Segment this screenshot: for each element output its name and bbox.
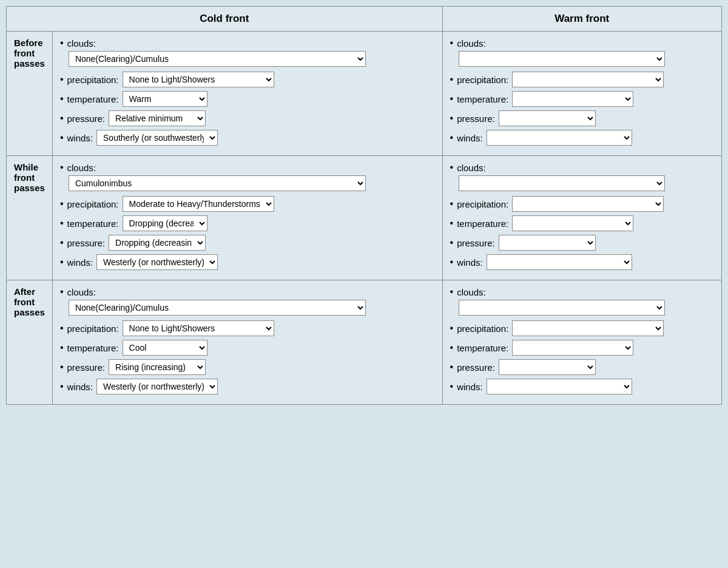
precipitation-select[interactable]: None to Light/Showers: [123, 72, 274, 87]
pressure-label: pressure:: [457, 113, 495, 124]
temperature-select[interactable]: Dropping (decreasing): [123, 215, 207, 231]
pressure-select[interactable]: Relative minimum: [109, 110, 206, 126]
bullet-icon: •: [450, 132, 454, 143]
winds-label: winds:: [67, 133, 93, 143]
pressure-label: pressure:: [67, 238, 105, 248]
warm-front-header: Warm front: [442, 7, 721, 32]
temperature-select[interactable]: Warm: [123, 91, 207, 107]
pressure-select[interactable]: [499, 359, 596, 375]
warm-cell-2: •clouds:•precipitation:•temperature:•pre…: [442, 280, 721, 405]
clouds-label: clouds:: [457, 287, 486, 297]
temperature-label: temperature:: [67, 218, 118, 229]
cold-content: •clouds:None(Clearing)/Cumulus•precipita…: [60, 286, 435, 394]
temperature-select[interactable]: [512, 340, 633, 356]
cold-cell-0: •clouds:None(Clearing)/Cumulus•precipita…: [52, 32, 442, 156]
winds-label: winds:: [457, 257, 483, 268]
pressure-label: pressure:: [67, 362, 105, 373]
bullet-icon: •: [60, 132, 64, 143]
table-row: After front passes•clouds:None(Clearing)…: [7, 280, 722, 405]
winds-select[interactable]: [487, 130, 632, 146]
precipitation-select[interactable]: None to Light/Showers: [123, 320, 274, 336]
bullet-icon: •: [450, 93, 454, 104]
clouds-select[interactable]: None(Clearing)/Cumulus: [69, 300, 366, 316]
row-label-0: Before front passes: [7, 32, 53, 156]
clouds-select[interactable]: [459, 51, 665, 67]
bullet-icon: •: [450, 218, 454, 229]
cold-front-header: Cold front: [7, 7, 443, 32]
precipitation-label: precipitation:: [67, 75, 118, 85]
bullet-icon: •: [450, 286, 454, 297]
clouds-select[interactable]: None(Clearing)/Cumulus: [69, 51, 366, 67]
winds-label: winds:: [67, 382, 93, 392]
pressure-label: pressure:: [457, 362, 495, 373]
precipitation-label: precipitation:: [67, 199, 118, 209]
clouds-label: clouds:: [457, 163, 486, 173]
table-row: While front passes•clouds:Cumulonimbus•p…: [7, 156, 722, 280]
temperature-label: temperature:: [67, 343, 118, 353]
temperature-select[interactable]: Cool: [123, 340, 207, 356]
precipitation-select[interactable]: [512, 72, 664, 87]
bullet-icon: •: [60, 381, 64, 392]
pressure-select[interactable]: Dropping (decreasing): [109, 235, 206, 251]
bullet-icon: •: [450, 257, 454, 268]
winds-label: winds:: [67, 257, 93, 268]
bullet-icon: •: [60, 362, 64, 373]
precipitation-select[interactable]: Moderate to Heavy/Thunderstorms: [123, 196, 274, 212]
bullet-icon: •: [60, 198, 64, 209]
winds-select[interactable]: Westerly (or northwesterly): [96, 379, 218, 394]
pressure-select[interactable]: [499, 110, 596, 126]
bullet-icon: •: [450, 381, 454, 392]
cold-cell-2: •clouds:None(Clearing)/Cumulus•precipita…: [52, 280, 442, 405]
bullet-icon: •: [450, 162, 454, 173]
bullet-icon: •: [60, 162, 64, 173]
winds-label: winds:: [457, 133, 483, 143]
bullet-icon: •: [450, 362, 454, 373]
precipitation-select[interactable]: [512, 196, 664, 212]
bullet-icon: •: [450, 113, 454, 124]
warm-content: •clouds:•precipitation:•temperature:•pre…: [450, 162, 714, 270]
bullet-icon: •: [450, 323, 454, 334]
clouds-label: clouds:: [67, 38, 96, 49]
winds-select[interactable]: [487, 379, 632, 394]
precipitation-select[interactable]: [512, 320, 664, 336]
bullet-icon: •: [450, 74, 454, 85]
warm-cell-0: •clouds:•precipitation:•temperature:•pre…: [442, 32, 721, 156]
warm-cell-1: •clouds:•precipitation:•temperature:•pre…: [442, 156, 721, 280]
pressure-label: pressure:: [67, 113, 105, 124]
bullet-icon: •: [60, 257, 64, 268]
temperature-label: temperature:: [457, 343, 508, 353]
bullet-icon: •: [60, 38, 64, 49]
bullet-icon: •: [450, 38, 454, 49]
weather-comparison-table: Cold front Warm front Before front passe…: [6, 6, 722, 405]
clouds-select[interactable]: [459, 300, 665, 316]
winds-select[interactable]: Southerly (or southwesterly): [96, 130, 218, 146]
bullet-icon: •: [60, 113, 64, 124]
temperature-label: temperature:: [457, 94, 508, 104]
clouds-select[interactable]: Cumulonimbus: [69, 175, 366, 191]
bullet-icon: •: [60, 342, 64, 353]
temperature-label: temperature:: [457, 218, 508, 229]
temperature-select[interactable]: [512, 215, 633, 231]
precipitation-label: precipitation:: [457, 199, 508, 209]
bullet-icon: •: [450, 198, 454, 209]
cold-cell-1: •clouds:Cumulonimbus•precipitation:Moder…: [52, 156, 442, 280]
bullet-icon: •: [60, 93, 64, 104]
table-row: Before front passes•clouds:None(Clearing…: [7, 32, 722, 156]
bullet-icon: •: [60, 286, 64, 297]
clouds-label: clouds:: [67, 287, 96, 297]
temperature-label: temperature:: [67, 94, 118, 104]
winds-select[interactable]: [487, 254, 632, 270]
pressure-label: pressure:: [457, 238, 495, 248]
clouds-label: clouds:: [67, 163, 96, 173]
temperature-select[interactable]: [512, 91, 633, 107]
bullet-icon: •: [60, 323, 64, 334]
bullet-icon: •: [450, 342, 454, 353]
clouds-select[interactable]: [459, 175, 665, 191]
winds-select[interactable]: Westerly (or northwesterly): [96, 254, 218, 270]
pressure-select[interactable]: Rising (increasing): [109, 359, 206, 375]
precipitation-label: precipitation:: [457, 323, 508, 334]
pressure-select[interactable]: [499, 235, 596, 251]
bullet-icon: •: [60, 74, 64, 85]
warm-content: •clouds:•precipitation:•temperature:•pre…: [450, 286, 714, 394]
row-label-2: After front passes: [7, 280, 53, 405]
